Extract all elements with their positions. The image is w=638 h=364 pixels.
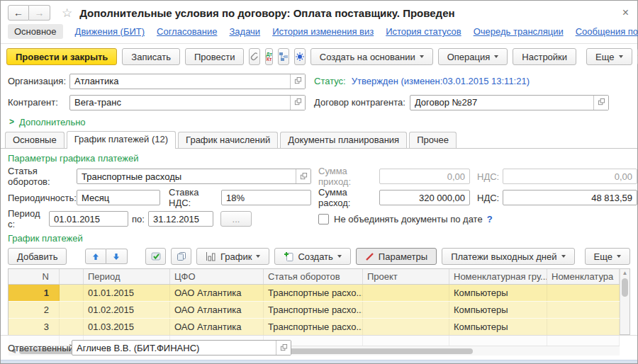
document-structure-button[interactable] xyxy=(278,48,289,65)
create-button[interactable]: Создать xyxy=(274,248,350,265)
cell-turnover-item[interactable]: Транспортные расхо... xyxy=(264,285,363,301)
nav-item-broadcast-queue[interactable]: Очередь трансляции xyxy=(474,26,564,37)
cell-nomenclature-group[interactable]: Компьютеры xyxy=(449,285,547,301)
cell-nomenclature-group[interactable]: Компьютеры xyxy=(449,302,547,318)
cell-cfo[interactable]: ОАО Атлантика xyxy=(170,285,264,301)
tab-main[interactable]: Основные xyxy=(5,132,65,148)
post-button[interactable]: Провести xyxy=(185,48,245,65)
cell-project[interactable] xyxy=(363,285,449,301)
chart-button[interactable]: График xyxy=(196,248,269,265)
column-period[interactable]: Период xyxy=(84,269,170,284)
period-to-input[interactable] xyxy=(149,212,213,226)
cell-blank[interactable] xyxy=(60,285,84,301)
add-row-button[interactable]: Добавить xyxy=(8,248,67,265)
column-nomenclature-group[interactable]: Номенклатурная гру... xyxy=(449,269,547,284)
back-button[interactable]: ← xyxy=(8,5,29,21)
nav-item-user-messages[interactable]: Сообщения пользователей xyxy=(576,26,638,37)
tab-other[interactable]: Прочее xyxy=(409,132,457,148)
cell-n[interactable]: 2 xyxy=(9,302,60,318)
cell-cfo[interactable]: ОАО Атлантика xyxy=(170,319,264,335)
cell-nomenclature[interactable] xyxy=(547,302,620,318)
column-n[interactable]: N xyxy=(9,269,60,284)
organization-open-button[interactable] xyxy=(290,74,305,89)
cell-nomenclature[interactable] xyxy=(547,319,620,335)
expense-sum-input[interactable] xyxy=(380,190,469,205)
post-and-close-button[interactable]: Провести и закрыть xyxy=(6,48,117,65)
cell-period[interactable]: 01.02.2015 xyxy=(84,302,170,318)
contract-input[interactable] xyxy=(410,96,593,110)
create-based-on-button[interactable]: Создать на основании xyxy=(310,48,433,65)
tab-accrual-schedule[interactable]: График начислений xyxy=(178,132,278,148)
weekend-payments-button[interactable]: Платежи выходных дней xyxy=(442,248,574,265)
nav-item-tasks[interactable]: Задачи xyxy=(229,26,260,37)
cell-project[interactable] xyxy=(363,319,449,335)
tab-payment-schedule[interactable]: График платежей (12) xyxy=(67,131,176,149)
cell-period[interactable]: 01.01.2015 xyxy=(84,285,170,301)
counterparty-open-button[interactable] xyxy=(290,96,305,110)
approve-rows-button[interactable] xyxy=(145,248,166,265)
column-nomenclature[interactable]: Номенклатура xyxy=(547,269,620,284)
period-from-input[interactable] xyxy=(50,212,128,226)
nav-item-status-history[interactable]: История статусов xyxy=(386,26,461,37)
cell-n[interactable]: 3 xyxy=(9,319,60,335)
cell-cfo[interactable]: ОАО Атлантика xyxy=(170,302,264,318)
table-row[interactable]: 1 01.01.2015 ОАО Атлантика Транспортные … xyxy=(9,285,620,302)
save-button[interactable]: Записать xyxy=(122,48,180,65)
period-picker-button[interactable]: ... xyxy=(220,211,252,227)
turnover-item-open-button[interactable] xyxy=(296,169,310,183)
nav-item-visa-history[interactable]: История изменения виз xyxy=(272,26,374,37)
column-cfo[interactable]: ЦФО xyxy=(170,269,264,284)
column-blank[interactable] xyxy=(60,269,84,284)
cell-project[interactable] xyxy=(363,302,449,318)
vertical-scrollbar[interactable]: ▲ xyxy=(620,269,629,334)
organization-row: Организация: Статус: Утвержден (изменен:… xyxy=(8,72,630,91)
cell-n[interactable]: 1 xyxy=(9,285,60,301)
footer: Ответственный: xyxy=(1,335,637,360)
hint-button[interactable] xyxy=(294,48,306,65)
nav-item-movements[interactable]: Движения (БИТ) xyxy=(75,26,145,37)
no-merge-help-icon[interactable]: ? xyxy=(487,214,493,224)
periodicity-input[interactable] xyxy=(77,190,160,205)
more-button[interactable]: Еще xyxy=(586,48,632,65)
table-row[interactable]: 2 01.02.2015 ОАО Атлантика Транспортные … xyxy=(9,302,620,319)
move-up-button[interactable] xyxy=(85,249,106,264)
no-merge-checkbox[interactable] xyxy=(318,214,329,224)
parameters-toggle-button[interactable]: Параметры xyxy=(356,248,437,265)
table-row[interactable]: 3 01.03.2015 ОАО Атлантика Транспортные … xyxy=(9,319,620,336)
nav-item-main[interactable]: Основное xyxy=(8,24,63,39)
copy-row-button[interactable] xyxy=(171,248,191,265)
responsible-open-button[interactable] xyxy=(276,341,291,355)
status-value-link[interactable]: Утвержден (изменен:03.01.2015 13:11:21) xyxy=(352,76,530,86)
column-project[interactable]: Проект xyxy=(363,269,449,284)
expense-vat-input[interactable] xyxy=(503,190,637,205)
column-turnover-item[interactable]: Статья оборотов xyxy=(264,269,363,284)
tab-planning-documents[interactable]: Документы планирования xyxy=(280,132,407,148)
counterparty-input[interactable] xyxy=(70,96,290,110)
cell-period[interactable]: 01.03.2015 xyxy=(84,319,170,335)
turnover-item-input[interactable] xyxy=(77,169,296,183)
cell-turnover-item[interactable]: Транспортные расхо... xyxy=(264,302,363,318)
organization-input[interactable] xyxy=(70,74,290,89)
additional-expander[interactable]: > Дополнительно xyxy=(8,114,630,130)
schedule-more-button[interactable]: Еще xyxy=(585,248,630,265)
cell-blank[interactable] xyxy=(60,319,84,335)
scroll-up-icon[interactable]: ▲ xyxy=(622,270,628,277)
cell-nomenclature[interactable] xyxy=(547,285,620,301)
create-based-on-label: Создать на основании xyxy=(320,52,415,62)
cell-blank[interactable] xyxy=(60,302,84,318)
operation-button[interactable]: Операция xyxy=(438,48,508,65)
postings-button[interactable]: ДтКт xyxy=(265,48,272,65)
cell-nomenclature-group[interactable]: Компьютеры xyxy=(449,319,547,335)
nav-item-approval[interactable]: Согласование xyxy=(157,26,217,37)
forward-button[interactable]: → xyxy=(29,5,50,21)
favorite-star-icon[interactable]: ☆ xyxy=(62,7,72,19)
cell-turnover-item[interactable]: Транспортные расхо... xyxy=(264,319,363,335)
attachments-button[interactable] xyxy=(249,48,260,65)
responsible-input[interactable] xyxy=(72,341,276,355)
vat-rate-input[interactable] xyxy=(222,190,310,205)
vertical-scroll-thumb[interactable] xyxy=(622,278,628,297)
close-icon[interactable]: × xyxy=(621,6,630,19)
contract-open-button[interactable] xyxy=(593,96,608,110)
settings-button[interactable]: Настройки xyxy=(513,48,576,65)
move-down-button[interactable] xyxy=(106,249,128,264)
